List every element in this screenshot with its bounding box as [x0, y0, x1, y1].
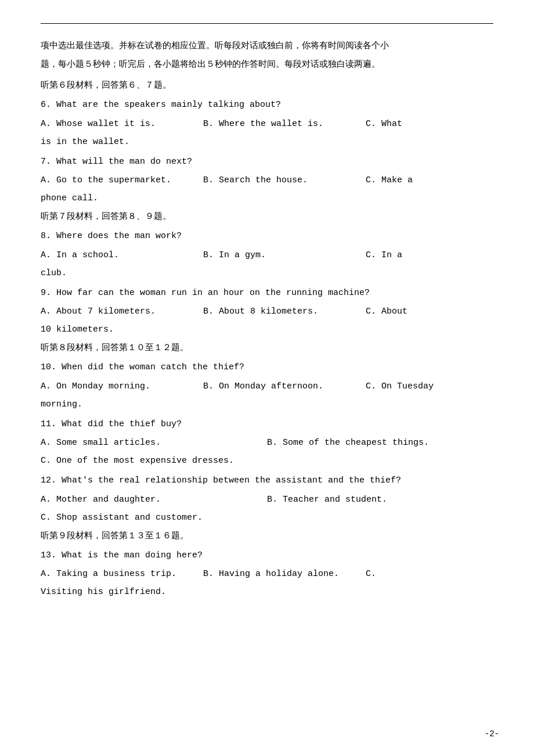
q6-option-b: B. Where the wallet is. — [203, 116, 366, 132]
intro-line1: 项中选出最佳选项。并标在试卷的相应位置。听每段对话或独白前，你将有时间阅读各个小 — [41, 41, 389, 50]
question-7: 7. What will the man do next? A. Go to t… — [41, 154, 493, 207]
q12-option-a: A. Mother and daughter. — [41, 492, 267, 507]
q7-text: 7. What will the man do next? — [41, 154, 493, 170]
q8-option-a: A. In a school. — [41, 247, 203, 263]
q11-option-a: A. Some small articles. — [41, 435, 267, 451]
q6-option-c-continued: is in the wallet. — [41, 134, 493, 150]
top-divider — [41, 23, 493, 24]
q8-option-b: B. In a gym. — [203, 247, 366, 263]
q13-option-c-continued: Visiting his girlfriend. — [41, 584, 493, 600]
section-6-7: 听第６段材料，回答第６、７题。 6. What are the speakers… — [41, 80, 493, 206]
question-12: 12. What's the real relationship between… — [41, 473, 493, 525]
page-number: -2- — [485, 729, 499, 739]
question-6: 6. What are the speakers mainly talking … — [41, 98, 493, 150]
q12-option-c: C. Shop assistant and customer. — [41, 510, 493, 525]
q8-options: A. In a school. B. In a gym. C. In a — [41, 247, 493, 263]
q8-text: 8. Where does the man work? — [41, 229, 493, 244]
q7-options: A. Go to the supermarket. B. Search the … — [41, 172, 493, 188]
q7-option-b: B. Search the house. — [203, 172, 366, 188]
q10-option-b: B. On Monday afternoon. — [203, 379, 366, 394]
question-8: 8. Where does the man work? A. In a scho… — [41, 229, 493, 281]
q12-options-ab: A. Mother and daughter. B. Teacher and s… — [41, 492, 493, 507]
q6-options: A. Whose wallet it is. B. Where the wall… — [41, 116, 493, 132]
q9-option-b: B. About 8 kilometers. — [203, 304, 366, 319]
section-title-4: 听第９段材料，回答第１３至１６题。 — [41, 530, 493, 541]
q10-options: A. On Monday morning. B. On Monday after… — [41, 379, 493, 394]
question-10: 10. When did the woman catch the thief? … — [41, 360, 493, 412]
q9-options: A. About 7 kilometers. B. About 8 kilome… — [41, 304, 493, 319]
section-title-3: 听第８段材料，回答第１０至１２题。 — [41, 342, 493, 353]
question-13: 13. What is the man doing here? A. Takin… — [41, 548, 493, 600]
section-title-2: 听第７段材料，回答第８、９题。 — [41, 211, 493, 222]
q13-option-a: A. Taking a business trip. — [41, 566, 203, 582]
q8-option-c-continued: club. — [41, 265, 493, 281]
question-11: 11. What did the thief buy? A. Some smal… — [41, 417, 493, 469]
q12-text: 12. What's the real relationship between… — [41, 473, 493, 488]
q10-option-a: A. On Monday morning. — [41, 379, 203, 394]
intro-paragraph: 项中选出最佳选项。并标在试卷的相应位置。听每段对话或独白前，你将有时间阅读各个小… — [41, 37, 493, 74]
q13-option-c: C. — [366, 566, 493, 582]
q13-text: 13. What is the man doing here? — [41, 548, 493, 563]
q7-option-c: C. Make a — [366, 172, 493, 188]
section-13-16: 听第９段材料，回答第１３至１６题。 13. What is the man do… — [41, 530, 493, 600]
q10-option-c-continued: morning. — [41, 397, 493, 412]
q10-option-c: C. On Tuesday — [366, 379, 493, 394]
q11-option-c: C. One of the most expensive dresses. — [41, 453, 493, 469]
q7-option-a: A. Go to the supermarket. — [41, 172, 203, 188]
section-8-9: 听第７段材料，回答第８、９题。 8. Where does the man wo… — [41, 211, 493, 337]
section-10-12: 听第８段材料，回答第１０至１２题。 10. When did the woman… — [41, 342, 493, 525]
q6-option-c: C. What — [366, 116, 493, 132]
q11-text: 11. What did the thief buy? — [41, 417, 493, 432]
section-title-1: 听第６段材料，回答第６、７题。 — [41, 80, 493, 91]
q6-text: 6. What are the speakers mainly talking … — [41, 98, 493, 113]
q9-text: 9. How far can the woman run in an hour … — [41, 286, 493, 301]
q11-options-ab: A. Some small articles. B. Some of the c… — [41, 435, 493, 451]
q10-text: 10. When did the woman catch the thief? — [41, 360, 493, 375]
q8-option-c: C. In a — [366, 247, 493, 263]
q9-option-a: A. About 7 kilometers. — [41, 304, 203, 319]
q9-option-c-continued: 10 kilometers. — [41, 322, 493, 337]
q12-option-b: B. Teacher and student. — [267, 492, 493, 507]
intro-line2: 题，每小题５秒钟；听完后，各小题将给出５秒钟的作答时间。每段对话或独白读两遍。 — [41, 59, 380, 69]
q13-option-b: B. Having a holiday alone. — [203, 566, 366, 582]
q11-option-b: B. Some of the cheapest things. — [267, 435, 493, 451]
q7-option-c-continued: phone call. — [41, 190, 493, 206]
q13-options: A. Taking a business trip. B. Having a h… — [41, 566, 493, 582]
q9-option-c: C. About — [366, 304, 493, 319]
question-9: 9. How far can the woman run in an hour … — [41, 286, 493, 338]
q6-option-a: A. Whose wallet it is. — [41, 116, 203, 132]
